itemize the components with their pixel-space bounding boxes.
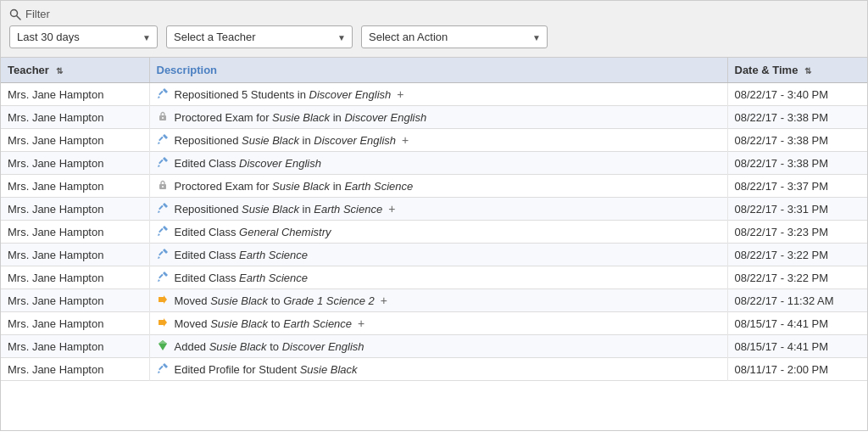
description-text: Moved Susie Black to Earth Science [175,317,353,330]
svg-marker-20 [158,233,160,236]
cell-teacher: Mrs. Jane Hampton [1,152,149,175]
cell-teacher: Mrs. Jane Hampton [1,83,149,106]
description-text: Repositioned Susie Black in Discover Eng… [175,134,397,147]
svg-marker-3 [163,88,168,93]
cell-description: Moved Susie Black to Earth Science+ [149,312,727,335]
pencil-icon [157,271,170,284]
cell-description: Proctored Exam for Susie Black in Discov… [149,106,727,129]
table-row: Mrs. Jane Hampton Repositioned 5 Student… [1,83,867,106]
description-text: Proctored Exam for Susie Black in Earth … [175,180,414,193]
table-row: Mrs. Jane Hampton Moved Susie Black to E… [1,312,867,335]
cell-description: Edited Class Earth Science [149,244,727,266]
table-row: Mrs. Jane Hampton Added Susie Black to D… [1,335,867,358]
filter-bar: Filter Last 30 days Last 7 days Last 90 … [0,0,868,58]
table-row: Mrs. Jane Hampton Repositioned Susie Bla… [1,129,867,152]
pencil-icon [157,248,170,261]
cell-description: Edited Class Discover English [149,152,727,175]
cell-description: Edited Profile for Student Susie Black [149,358,727,381]
cell-description: Repositioned Susie Black in Discover Eng… [149,129,727,152]
svg-marker-8 [163,134,168,139]
date-filter-wrapper: Last 30 days Last 7 days Last 90 days Al… [9,25,158,48]
pencil-icon [157,133,170,147]
filter-title: Filter [9,8,859,20]
svg-marker-19 [163,226,168,231]
description-text: Edited Class Earth Science [175,272,309,284]
svg-marker-26 [158,279,160,282]
arrow-icon [157,317,170,330]
pencil-icon [157,202,170,216]
pencil-icon [157,225,170,238]
table-row: Mrs. Jane Hampton Proctored Exam for Sus… [1,175,867,198]
description-text: Edited Class Discover English [175,157,321,170]
svg-rect-7 [159,137,164,142]
cell-teacher: Mrs. Jane Hampton [1,266,149,289]
svg-marker-11 [163,157,168,162]
cell-teacher: Mrs. Jane Hampton [1,289,149,312]
sort-icon-datetime: ⇅ [804,66,811,76]
teacher-filter-wrapper: Select a Teacher [166,25,353,48]
expand-plus-icon[interactable]: + [381,294,387,307]
cell-datetime: 08/22/17 - 11:32 AM [727,289,867,312]
cell-description: Added Susie Black to Discover English [149,335,727,358]
cell-description: Repositioned 5 Students in Discover Engl… [149,83,727,106]
table-header: Teacher ⇅ Description Date & Time ⇅ [1,58,867,83]
svg-marker-25 [163,272,168,277]
description-text: Edited Class General Chemistry [175,226,331,238]
cell-description: Edited Class General Chemistry [149,221,727,244]
gem-icon [157,339,170,353]
table-row: Mrs. Jane Hampton Moved Susie Black to G… [1,289,867,312]
col-header-teacher[interactable]: Teacher ⇅ [1,58,149,83]
expand-plus-icon[interactable]: + [358,317,364,330]
cell-teacher: Mrs. Jane Hampton [1,221,149,244]
cell-description: Proctored Exam for Susie Black in Earth … [149,175,727,198]
svg-marker-4 [158,96,160,98]
pencil-icon [157,87,170,101]
svg-rect-31 [159,366,164,371]
svg-marker-22 [163,249,168,254]
svg-point-6 [162,117,164,119]
date-filter-select[interactable]: Last 30 days Last 7 days Last 90 days Al… [9,25,158,48]
svg-rect-24 [159,274,164,279]
table-row: Mrs. Jane Hampton Edited Class General C… [1,221,867,244]
cell-datetime: 08/22/17 - 3:22 PM [727,244,867,266]
cell-teacher: Mrs. Jane Hampton [1,312,149,335]
description-text: Repositioned 5 Students in Discover Engl… [175,88,392,101]
svg-marker-17 [158,210,160,213]
col-header-description: Description [149,58,727,83]
action-filter-wrapper: Select an Action [361,25,548,48]
search-icon [9,8,21,20]
cell-teacher: Mrs. Jane Hampton [1,198,149,221]
cell-datetime: 08/22/17 - 3:38 PM [727,106,867,129]
cell-description: Edited Class Earth Science [149,266,727,289]
table-row: Mrs. Jane Hampton Proctored Exam for Sus… [1,106,867,129]
cell-datetime: 08/15/17 - 4:41 PM [727,312,867,335]
svg-rect-10 [159,160,164,165]
table-row: Mrs. Jane Hampton Edited Class Earth Sci… [1,266,867,289]
svg-marker-9 [158,142,160,144]
col-header-datetime[interactable]: Date & Time ⇅ [727,58,867,83]
svg-line-1 [17,15,21,20]
arrow-icon [157,294,170,307]
pencil-icon [157,156,170,170]
cell-datetime: 08/22/17 - 3:23 PM [727,221,867,244]
filter-label: Filter [25,8,50,20]
svg-marker-16 [163,203,168,208]
table-row: Mrs. Jane Hampton Edited Class Earth Sci… [1,244,867,266]
svg-rect-15 [159,205,164,210]
svg-marker-12 [158,165,160,167]
table-body: Mrs. Jane Hampton Repositioned 5 Student… [1,83,867,381]
action-filter-select[interactable]: Select an Action [361,25,548,48]
sort-icon-teacher: ⇅ [56,66,63,76]
cell-teacher: Mrs. Jane Hampton [1,335,149,358]
svg-rect-2 [159,91,164,96]
expand-plus-icon[interactable]: + [397,87,403,101]
table-row: Mrs. Jane Hampton Repositioned Susie Bla… [1,198,867,221]
cell-datetime: 08/22/17 - 3:38 PM [727,129,867,152]
expand-plus-icon[interactable]: + [388,202,395,216]
table-row: Mrs. Jane Hampton Edited Class Discover … [1,152,867,175]
teacher-filter-select[interactable]: Select a Teacher [166,25,353,48]
svg-marker-28 [159,318,167,327]
cell-datetime: 08/22/17 - 3:37 PM [727,175,867,198]
expand-plus-icon[interactable]: + [402,133,409,147]
log-table: Teacher ⇅ Description Date & Time ⇅ Mrs.… [1,58,867,381]
